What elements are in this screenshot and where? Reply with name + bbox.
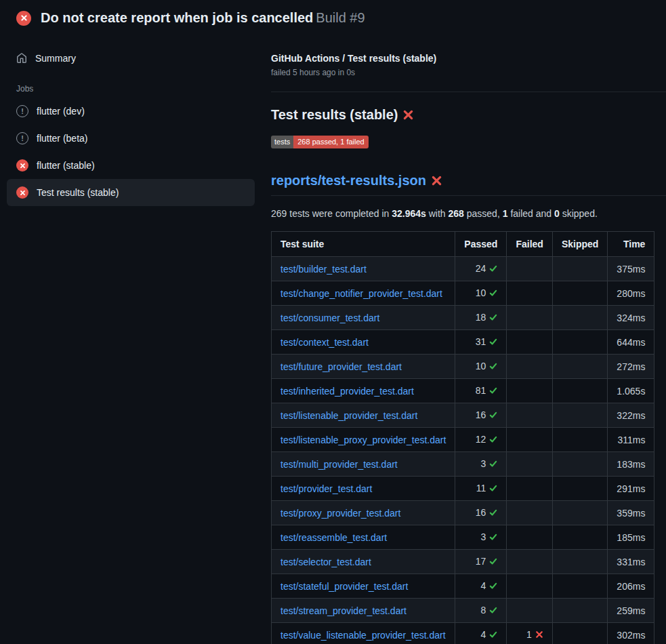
suite-link[interactable]: test/context_test.dart bbox=[280, 337, 369, 348]
check-icon bbox=[489, 628, 497, 642]
skipped-cell bbox=[552, 623, 607, 644]
failed-cell bbox=[507, 257, 552, 281]
skipped-cell bbox=[552, 379, 607, 403]
failed-cell bbox=[507, 330, 552, 355]
passed-cell: 4 bbox=[455, 574, 507, 599]
col-header-test-suite: Test suite bbox=[272, 232, 455, 257]
suite-link[interactable]: test/provider_test.dart bbox=[280, 483, 372, 494]
summary-passed: 268 bbox=[449, 208, 464, 219]
check-icon bbox=[489, 360, 497, 374]
summary-skipped: 0 bbox=[554, 208, 560, 219]
table-row: test/reassemble_test.dart3185ms bbox=[272, 525, 654, 550]
time-cell: 185ms bbox=[608, 525, 654, 550]
suite-link[interactable]: test/listenable_proxy_provider_test.dart bbox=[280, 435, 446, 445]
summary-duration: 32.964s bbox=[392, 208, 426, 219]
table-row: test/change_notifier_provider_test.dart1… bbox=[272, 281, 654, 306]
suite-link[interactable]: test/listenable_provider_test.dart bbox=[280, 410, 417, 421]
suite-cell: test/provider_test.dart bbox=[272, 477, 455, 501]
sidebar-item-label: Summary bbox=[35, 53, 76, 64]
suite-link[interactable]: test/stateful_provider_test.dart bbox=[280, 581, 408, 592]
failed-cell bbox=[507, 550, 552, 574]
section-title-text: Test results (stable) bbox=[271, 106, 398, 123]
suite-link[interactable]: test/multi_provider_test.dart bbox=[280, 459, 398, 470]
sidebar-item-label: flutter (beta) bbox=[37, 133, 87, 144]
passed-cell: 24 bbox=[455, 257, 507, 281]
failed-cell bbox=[507, 599, 552, 623]
build-number: Build #9 bbox=[316, 10, 365, 25]
results-table-body: test/builder_test.dart24375mstest/change… bbox=[272, 257, 654, 644]
suite-link[interactable]: test/inherited_provider_test.dart bbox=[280, 386, 414, 397]
report-link[interactable]: reports/test-results.json bbox=[271, 172, 426, 189]
col-header-time: Time bbox=[608, 232, 654, 257]
suite-cell: test/listenable_provider_test.dart bbox=[272, 403, 455, 428]
check-icon bbox=[489, 531, 497, 544]
suite-link[interactable]: test/value_listenable_provider_test.dart bbox=[280, 630, 446, 641]
time-cell: 375ms bbox=[608, 257, 654, 281]
sidebar-item-label: flutter (stable) bbox=[37, 160, 95, 171]
table-row: test/proxy_provider_test.dart16359ms bbox=[272, 501, 654, 525]
summary-line: 269 tests were completed in 32.964s with… bbox=[271, 207, 666, 220]
sidebar-item-test-results-stable[interactable]: Test results (stable) bbox=[7, 179, 255, 206]
suite-link[interactable]: test/reassemble_test.dart bbox=[280, 532, 387, 543]
suite-cell: test/selector_test.dart bbox=[272, 550, 455, 574]
time-cell: 322ms bbox=[608, 403, 654, 428]
failed-cell bbox=[507, 428, 552, 452]
suite-link[interactable]: test/builder_test.dart bbox=[280, 264, 367, 275]
skipped-cell bbox=[552, 330, 607, 355]
passed-cell: 17 bbox=[455, 550, 507, 574]
sidebar-item-flutter-stable[interactable]: flutter (stable) bbox=[7, 152, 255, 179]
failed-cell bbox=[507, 281, 552, 306]
x-icon bbox=[535, 628, 543, 642]
x-circle-icon bbox=[16, 11, 31, 26]
time-cell: 206ms bbox=[608, 574, 654, 599]
failed-cell bbox=[507, 306, 552, 330]
suite-cell: test/stateful_provider_test.dart bbox=[272, 574, 455, 599]
suite-link[interactable]: test/proxy_provider_test.dart bbox=[280, 508, 400, 519]
sidebar-item-flutter-beta[interactable]: ! flutter (beta) bbox=[7, 125, 255, 152]
suite-link[interactable]: test/change_notifier_provider_test.dart bbox=[280, 288, 442, 299]
home-icon bbox=[16, 53, 27, 64]
skipped-cell bbox=[552, 525, 607, 550]
table-row: test/consumer_test.dart18324ms bbox=[272, 306, 654, 330]
passed-cell: 11 bbox=[455, 477, 507, 501]
table-row: test/provider_test.dart11291ms bbox=[272, 477, 654, 501]
suite-cell: test/change_notifier_provider_test.dart bbox=[272, 281, 455, 306]
passed-cell: 10 bbox=[455, 355, 507, 379]
passed-cell: 12 bbox=[455, 428, 507, 452]
x-circle-icon bbox=[16, 186, 28, 199]
section-title: Test results (stable) bbox=[271, 106, 666, 123]
table-row: test/listenable_proxy_provider_test.dart… bbox=[272, 428, 654, 452]
time-cell: 291ms bbox=[608, 477, 654, 501]
skipped-cell bbox=[552, 257, 607, 281]
passed-cell: 10 bbox=[455, 281, 507, 306]
suite-link[interactable]: test/stream_provider_test.dart bbox=[280, 605, 407, 616]
passed-cell: 31 bbox=[455, 330, 507, 355]
suite-cell: test/consumer_test.dart bbox=[272, 306, 455, 330]
run-status-line: failed 5 hours ago in 0s bbox=[271, 67, 666, 78]
suite-link[interactable]: test/consumer_test.dart bbox=[280, 313, 379, 323]
check-icon bbox=[489, 458, 497, 471]
col-header-passed: Passed bbox=[455, 232, 507, 257]
sidebar-item-label: flutter (dev) bbox=[37, 106, 85, 117]
skipped-cell bbox=[552, 501, 607, 525]
suite-cell: test/value_listenable_provider_test.dart bbox=[272, 623, 455, 644]
sidebar-item-flutter-dev[interactable]: ! flutter (dev) bbox=[7, 98, 255, 125]
time-cell: 183ms bbox=[608, 452, 654, 477]
skipped-cell bbox=[552, 355, 607, 379]
suite-cell: test/proxy_provider_test.dart bbox=[272, 501, 455, 525]
failed-cell bbox=[507, 379, 552, 403]
passed-cell: 16 bbox=[455, 501, 507, 525]
check-icon bbox=[489, 384, 497, 398]
suite-link[interactable]: test/selector_test.dart bbox=[280, 557, 371, 567]
check-icon bbox=[489, 604, 497, 618]
suite-cell: test/stream_provider_test.dart bbox=[272, 599, 455, 623]
check-icon bbox=[489, 336, 497, 349]
breadcrumb: GitHub Actions / Test results (stable) bbox=[271, 52, 666, 65]
failed-cell bbox=[507, 525, 552, 550]
skipped-cell bbox=[552, 599, 607, 623]
passed-cell: 3 bbox=[455, 452, 507, 477]
jobs-section-label: Jobs bbox=[16, 84, 255, 94]
sidebar-item-summary[interactable]: Summary bbox=[7, 45, 255, 72]
table-row: test/inherited_provider_test.dart811.065… bbox=[272, 379, 654, 403]
suite-link[interactable]: test/future_provider_test.dart bbox=[280, 361, 402, 372]
